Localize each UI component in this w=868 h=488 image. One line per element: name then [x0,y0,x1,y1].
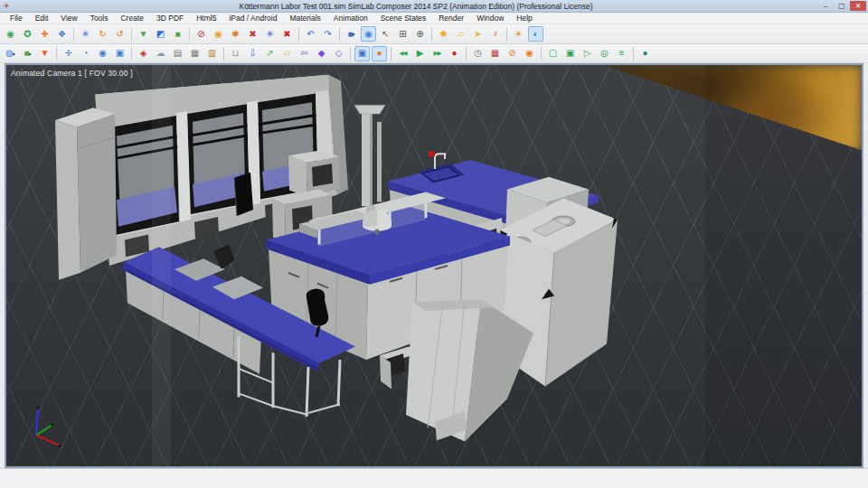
sun-light-icon[interactable]: ☀ [511,26,526,42]
render-animation-icon[interactable]: ▦ [487,46,503,61]
undo-icon[interactable]: ↶ [303,26,318,42]
play-animation-icon[interactable]: ▶ [412,46,428,61]
rotate-cw-icon[interactable]: ↻ [95,26,110,42]
zoom-window-tool-icon[interactable]: ⊞ [395,26,410,42]
toolbar-separator [73,27,74,41]
hide-object-icon[interactable]: ⊘ [193,26,209,42]
trash-icon[interactable]: ⊔ [228,46,243,61]
desktop-preview-icon[interactable]: ▣ [354,46,370,61]
rotate-ccw-icon[interactable]: ↺ [112,26,127,42]
camera-path-icon[interactable]: ☁ [153,46,168,61]
menu-item-help[interactable]: Help [510,13,538,23]
orbit-tool-icon[interactable]: ◉ [361,26,376,42]
measure-material-icon[interactable]: ◇ [331,46,346,61]
dark-stool[interactable] [214,245,234,268]
export-file-icon[interactable]: ⇗ [262,46,278,61]
snap-move-icon[interactable]: ✳ [78,26,93,42]
menu-item-render[interactable]: Render [432,13,470,23]
title-bar[interactable]: ✈ Köttermann Labor Test 001.sim SimLab C… [0,0,868,13]
walk-view-icon[interactable]: ◉ [95,46,110,61]
toolbar-separator [298,27,299,41]
viewport-3d[interactable]: Animated Camera 1 [ FOV 30.00 ] [5,63,863,468]
spot-light-icon[interactable]: ➤ [470,26,486,42]
material-picker-icon[interactable]: ▼ [37,46,52,61]
directional-light-icon[interactable]: /// [487,26,503,42]
menu-item-window[interactable]: Window [470,13,510,23]
podium-stage-icon[interactable]: ≡ [614,46,629,61]
animation-vehicle-icon[interactable]: ● [372,46,387,61]
menu-item-scene-states[interactable]: Scene States [374,13,433,23]
camera-label: Animated Camera 1 [ FOV 30.00 ] [11,69,133,78]
show-object-icon[interactable]: ◉ [211,26,226,42]
toolbar-separator [541,47,542,61]
area-light-icon[interactable]: ▱ [453,26,468,42]
record-animation-icon[interactable]: ● [447,46,462,61]
menu-item-animation[interactable]: Animation [327,13,374,23]
menu-item-create[interactable]: Create [114,13,150,23]
window-title: Köttermann Labor Test 001.sim SimLab Com… [14,2,817,11]
turntable-scene-icon[interactable]: ▣ [562,46,578,61]
fit-view-icon[interactable]: ▣ [112,46,127,61]
toolbar-separator [633,47,634,61]
move-tool-icon[interactable]: ✚ [37,26,52,42]
create-geometry-icon[interactable]: ■▾ [20,46,35,61]
show-animation-path-icon[interactable]: ◉ [522,46,537,61]
status-bar [0,468,868,488]
menu-item-materials[interactable]: Materials [283,13,326,23]
light-shaft-overlay [152,65,171,466]
transform-tool-icon[interactable]: ❖ [54,26,70,42]
axis-gizmo [36,407,61,447]
freeze-object-icon[interactable]: ✳ [262,26,278,42]
scene-snapshot-icon[interactable]: ▥ [204,46,220,61]
toolbar-separator [339,27,340,41]
spin-view-icon[interactable]: ✪ [20,26,35,42]
maximize-button[interactable]: ▢ [834,1,850,11]
import-file-icon[interactable]: ⇩ [245,46,260,61]
camera-orbit-icon[interactable]: ◈ [136,46,151,61]
app-icon: ✈ [4,3,11,10]
environment-icon[interactable]: ◐ [528,26,543,42]
menu-item-edit[interactable]: Edit [29,13,55,23]
menu-item-3d-pdf[interactable]: 3D PDF [150,13,190,23]
point-light-icon[interactable]: ✺ [436,26,451,42]
hide-animation-path-icon[interactable]: ⊘ [505,46,520,61]
menu-item-ipad-android[interactable]: iPad / Android [222,13,283,23]
zoom-extents-tool-icon[interactable]: ⊕ [412,26,428,42]
toolbar-separator [131,47,132,61]
tall-cabinet-left[interactable] [55,108,117,280]
scene-3d[interactable] [6,65,862,466]
menu-item-tools[interactable]: Tools [84,13,115,23]
target-view-icon[interactable]: ◎ [597,46,612,61]
unfreeze-object-icon[interactable]: ✖ [245,26,260,42]
vr-sphere-icon[interactable]: ● [637,46,653,61]
snapshot-render-icon[interactable]: ◉ [3,26,18,42]
share-file-icon[interactable]: ⇦ [297,46,312,61]
render-mode-icon[interactable]: ◍▾ [3,46,18,61]
isolate-object-icon[interactable]: ✱ [228,26,243,42]
menu-item-html5[interactable]: Html5 [190,13,222,23]
go-to-end-icon[interactable]: ▶▶ [429,46,445,61]
close-button[interactable]: ✕ [850,1,866,11]
toolbar-separator [131,27,132,41]
delete-object-icon[interactable]: ✖ [279,26,295,42]
menu-item-view[interactable]: View [54,13,83,23]
turntable-object-icon[interactable]: ▢ [545,46,561,61]
turntable-video-icon[interactable]: ▷ [580,46,595,61]
toolbar-row-2: ◍▾■▾▼✛◔◉▣◈☁▤▦▥⊔⇩⇗▱⇦◆◇▣●◀◀▶▶▶●◷▦⊘◉▢▣▷◎≡● [0,44,868,63]
animation-timer-icon[interactable]: ◷ [470,46,486,61]
drop-to-ground-icon[interactable]: ▼ [136,26,151,42]
menu-item-file[interactable]: File [4,13,29,23]
minimize-button[interactable]: – [817,1,834,11]
go-to-start-icon[interactable]: ◀◀ [395,46,410,61]
view-mode-cube-icon[interactable]: ■▾ [344,26,359,42]
capture-image-icon[interactable]: ▤ [170,46,185,61]
open-file-icon[interactable]: ▱ [279,46,295,61]
attach-objects-icon[interactable]: ◩ [153,26,168,42]
pick-tool-icon[interactable]: ↖ [378,26,393,42]
orbit-view-icon[interactable]: ◔ [78,46,93,61]
pan-view-icon[interactable]: ✛ [61,46,76,61]
create-box-icon[interactable]: ■ [170,26,185,42]
image-gallery-icon[interactable]: ▦ [187,46,203,61]
redo-icon[interactable]: ↷ [320,26,335,42]
apply-material-icon[interactable]: ◆ [314,46,329,61]
